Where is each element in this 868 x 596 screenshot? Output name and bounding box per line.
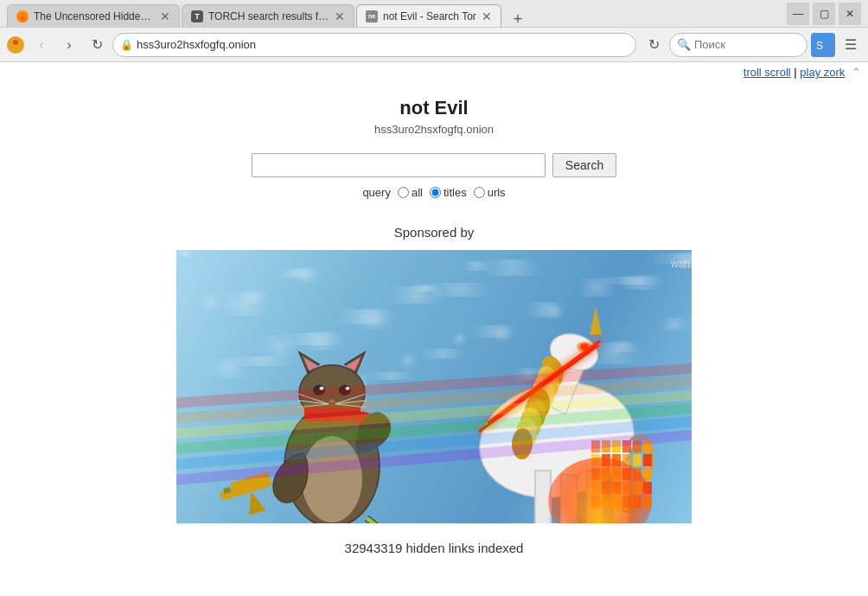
radio-all[interactable] [398,187,409,198]
minimize-button[interactable]: — [787,3,809,25]
option-all-label[interactable]: all [398,186,423,199]
address-input[interactable] [137,38,629,51]
tab-label-2: TORCH search results for: ... [208,10,329,22]
new-tab-button[interactable]: + [507,11,530,27]
tab-bar: The Uncensored Hidden ... ✕ T TORCH sear… [7,0,787,27]
menu-button[interactable]: ☰ [839,33,863,57]
browser-logo [5,35,26,55]
browser-search-bar[interactable]: 🔍 [669,33,807,57]
tab-icon-torch: T [191,10,203,22]
troll-scroll-link[interactable]: troll scroll [744,66,791,79]
radio-titles[interactable] [430,187,441,198]
svg-text:S: S [816,40,823,52]
query-label: query [362,186,391,199]
tab-close-2[interactable]: ✕ [335,10,345,23]
stats-text: 32943319 hidden links indexed [345,541,524,555]
extension-svg: S [816,38,830,52]
close-button[interactable]: ✕ [839,3,861,25]
page-content: troll scroll | play zork ⌃ not Evil hss3… [0,62,868,596]
troll-bar: troll scroll | play zork ⌃ [737,62,868,82]
refresh-button[interactable]: ↻ [641,33,666,57]
search-form: Search [252,153,616,177]
address-bar[interactable]: 🔒 [112,33,636,57]
nav-bar: ‹ › ↻ 🔒 ↻ 🔍 S ☰ [0,28,868,62]
title-bar: The Uncensored Hidden ... ✕ T TORCH sear… [0,0,868,28]
window-controls: — ▢ ✕ [787,3,861,25]
tab-label-3: not Evil - Search Tor [383,10,476,22]
lock-icon: 🔒 [120,39,133,51]
tab-label-1: The Uncensored Hidden ... [34,10,155,22]
svg-point-1 [13,40,18,45]
tab-icon-not-evil: ne [366,10,378,22]
site-main: not Evil hss3uro2hsxfogfq.onion Search q… [0,62,868,555]
site-title: not Evil [399,97,468,119]
maximize-button[interactable]: ▢ [813,3,835,25]
search-query-input[interactable] [252,153,546,177]
tab-close-1[interactable]: ✕ [160,10,170,23]
tab-uncensored[interactable]: The Uncensored Hidden ... ✕ [7,4,180,27]
search-input-nav[interactable] [694,38,781,51]
tab-icon-fire [16,10,29,22]
reload-button[interactable]: ↻ [85,33,109,57]
extension-icon[interactable]: S [811,33,835,57]
browser-logo-svg [6,35,25,54]
radio-urls[interactable] [474,187,485,198]
search-icon-nav: 🔍 [677,38,691,51]
forward-button[interactable]: › [57,33,81,57]
search-button[interactable]: Search [552,153,616,177]
search-options: query all titles urls [362,186,505,199]
sponsored-image [176,250,692,523]
play-zork-link[interactable]: play zork [800,66,845,79]
tab-torch[interactable]: T TORCH search results for: ... ✕ [182,4,354,27]
option-titles-label[interactable]: titles [430,186,467,199]
tab-not-evil[interactable]: ne not Evil - Search Tor ✕ [356,4,501,27]
sponsored-label: Sponsored by [394,225,475,240]
tab-close-3[interactable]: ✕ [482,10,492,23]
scroll-arrow: ⌃ [852,66,861,79]
site-url-display: hss3uro2hsxfogfq.onion [374,123,494,136]
back-button[interactable]: ‹ [29,33,54,57]
option-urls-label[interactable]: urls [474,186,506,199]
browser-window: The Uncensored Hidden ... ✕ T TORCH sear… [0,0,868,596]
